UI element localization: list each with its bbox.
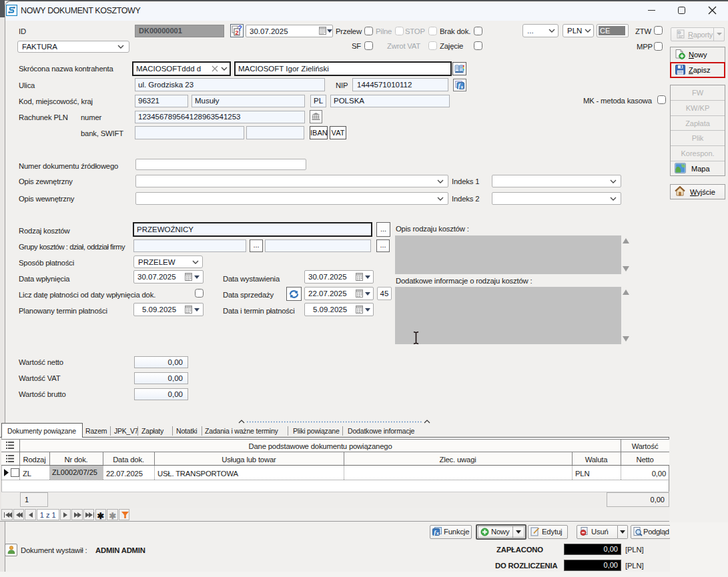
svg-text:x: x (461, 85, 464, 89)
svg-text:x: x (436, 531, 439, 536)
svg-text:?: ? (238, 25, 242, 32)
